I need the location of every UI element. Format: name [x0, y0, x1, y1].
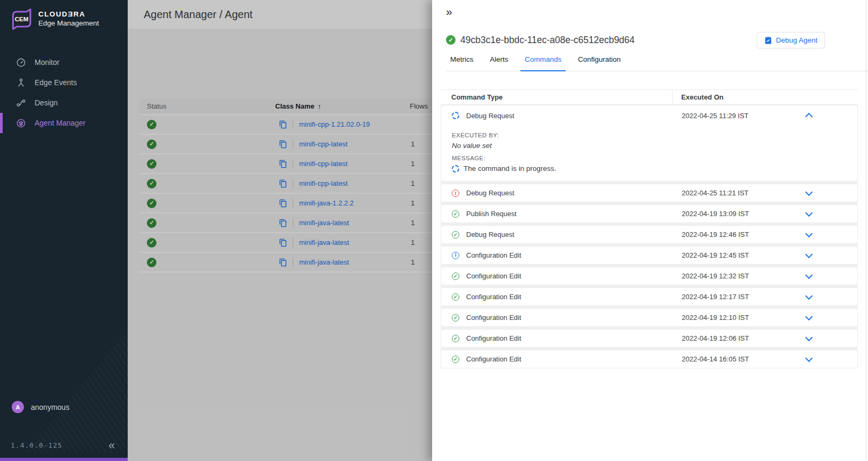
expand-toggle[interactable] — [806, 359, 814, 367]
command-executed-on: 2022-04-19 12:10 IST — [673, 314, 749, 322]
sidebar-nav: Monitor Edge Events Design — [0, 52, 128, 133]
cem-logo-icon: CEM — [10, 8, 33, 30]
collapse-sidebar-icon[interactable]: « — [109, 439, 115, 452]
command-executed-on: 2022-04-25 11:29 IST — [673, 112, 749, 120]
command-executed-on: 2022-04-19 12:17 IST — [673, 293, 749, 301]
chevron-icon — [805, 209, 813, 216]
commands-table-header: Command Type Executed On — [441, 89, 858, 105]
sidebar-item-monitor[interactable]: Monitor — [0, 52, 128, 72]
sidebar-item-agent-manager[interactable]: Agent Manager — [0, 113, 128, 133]
chevron-icon — [805, 354, 813, 361]
expand-toggle[interactable] — [806, 214, 814, 221]
command-row[interactable]: Configuration Edit 2022-04-19 12:17 IST — [441, 287, 858, 306]
command-status-icon — [452, 314, 459, 322]
command-status-icon — [452, 210, 459, 218]
expand-toggle[interactable] — [806, 318, 814, 325]
username: anonymous — [31, 403, 69, 411]
command-status-icon — [452, 335, 459, 342]
expand-toggle[interactable] — [806, 276, 814, 284]
command-status-icon — [452, 252, 459, 259]
sidebar-accent-bar — [0, 458, 128, 461]
chevron-icon — [805, 188, 813, 195]
gauge-icon — [16, 57, 26, 68]
sidebar-item-label: Monitor — [35, 58, 60, 67]
chevron-icon — [805, 113, 813, 120]
agent-detail-drawer: » ✓ 49cb3c1e-bbdc-11ec-a08e-c6512ecb9d64… — [432, 0, 868, 461]
command-executed-on: 2022-04-19 13:09 IST — [673, 210, 749, 218]
sidebar-item-label: Edge Events — [35, 78, 77, 87]
chevron-icon — [805, 292, 813, 299]
events-icon — [16, 78, 26, 88]
chevron-icon — [805, 250, 813, 258]
command-status-icon — [452, 231, 459, 238]
command-type: Configuration Edit — [466, 272, 521, 280]
command-type: Debug Request — [466, 189, 514, 197]
command-row[interactable]: Configuration Edit 2022-04-14 16:05 IST — [441, 350, 858, 368]
command-row[interactable]: Debug Request 2022-04-25 11:21 IST — [441, 184, 858, 202]
command-status-icon — [452, 190, 459, 197]
command-details: EXECUTED BY: No value set MESSAGE: The c… — [441, 126, 857, 181]
message-value: The command is in progress. — [464, 164, 556, 172]
expand-toggle[interactable] — [806, 193, 814, 201]
command-type: Debug Request — [466, 112, 514, 120]
command-executed-on: 2022-04-14 16:05 IST — [673, 355, 749, 363]
tab-commands[interactable]: Commands — [520, 55, 566, 71]
drawer-tabs: Metrics Alerts Commands Configuration — [446, 55, 868, 71]
sidebar: CEM CLOUDƎRA Edge Management Monitor — [0, 0, 128, 461]
chevron-icon — [805, 271, 813, 278]
command-status-icon — [452, 112, 459, 119]
command-type: Debug Request — [466, 230, 514, 238]
command-row[interactable]: Publish Request 2022-04-19 13:09 IST — [441, 204, 858, 223]
expand-toggle[interactable] — [806, 256, 814, 263]
command-row[interactable]: Configuration Edit 2022-04-19 12:45 IST — [441, 246, 858, 265]
agent-healthy-icon: ✓ — [446, 35, 456, 45]
commands-panel: Command Type Executed On Debug Request 2… — [432, 71, 868, 461]
message-label: MESSAGE: — [452, 155, 847, 161]
drawer-title-row: ✓ 49cb3c1e-bbdc-11ec-a08e-c6512ecb9d64 D… — [446, 31, 825, 49]
brand: CEM CLOUDƎRA Edge Management — [0, 0, 128, 33]
brand-name: CLOUDƎRA — [38, 10, 99, 19]
command-row[interactable]: Configuration Edit 2022-04-19 12:10 IST — [441, 308, 858, 327]
avatar: A — [12, 401, 24, 413]
tab-metrics[interactable]: Metrics — [446, 55, 478, 71]
chevron-icon — [805, 229, 813, 237]
command-status-icon — [452, 273, 459, 280]
sidebar-item-design[interactable]: Design — [0, 93, 128, 113]
expand-toggle[interactable] — [806, 235, 814, 242]
in-progress-spinner-icon — [452, 165, 459, 172]
sidebar-item-label: Design — [35, 98, 58, 107]
app-version: 1.4.0.0-125 — [11, 441, 62, 449]
command-row[interactable]: Debug Request 2022-04-19 12:46 IST — [441, 225, 858, 244]
svg-text:CEM: CEM — [15, 16, 29, 22]
chevron-icon — [805, 312, 813, 320]
collapse-drawer-icon[interactable]: » — [446, 5, 451, 18]
user-menu[interactable]: A anonymous — [12, 401, 69, 413]
debug-agent-button[interactable]: Debug Agent — [757, 32, 825, 48]
tab-configuration[interactable]: Configuration — [574, 55, 625, 71]
command-type: Configuration Edit — [466, 251, 521, 259]
sidebar-item-edge-events[interactable]: Edge Events — [0, 72, 128, 93]
commands-table: Command Type Executed On Debug Request 2… — [441, 89, 858, 368]
flow-icon — [16, 98, 26, 108]
command-executed-on: 2022-04-19 12:32 IST — [673, 272, 749, 280]
command-executed-on: 2022-04-19 12:45 IST — [673, 251, 749, 259]
column-executed-on: Executed On — [673, 93, 723, 101]
sidebar-stripe-decoration — [0, 330, 128, 452]
command-row[interactable]: Debug Request 2022-04-25 11:29 IST EXECU… — [441, 105, 858, 182]
column-command-type: Command Type — [441, 90, 673, 104]
expand-toggle[interactable] — [806, 116, 814, 123]
command-row[interactable]: Configuration Edit 2022-04-19 12:06 IST — [441, 329, 858, 348]
command-type: Configuration Edit — [466, 293, 521, 301]
command-status-icon — [452, 356, 459, 363]
expand-toggle[interactable] — [806, 297, 814, 304]
command-type: Configuration Edit — [466, 334, 521, 342]
expand-toggle[interactable] — [806, 339, 814, 346]
tab-alerts[interactable]: Alerts — [486, 55, 513, 71]
agent-id-title: 49cb3c1e-bbdc-11ec-a08e-c6512ecb9d64 — [460, 35, 635, 46]
command-row[interactable]: Configuration Edit 2022-04-19 12:32 IST — [441, 267, 858, 285]
brand-text: CLOUDƎRA Edge Management — [38, 10, 99, 28]
command-executed-on: 2022-04-19 12:06 IST — [673, 334, 749, 342]
command-executed-on: 2022-04-25 11:21 IST — [673, 189, 749, 197]
command-type: Configuration Edit — [466, 314, 521, 322]
executed-by-value: No value set — [452, 142, 847, 150]
